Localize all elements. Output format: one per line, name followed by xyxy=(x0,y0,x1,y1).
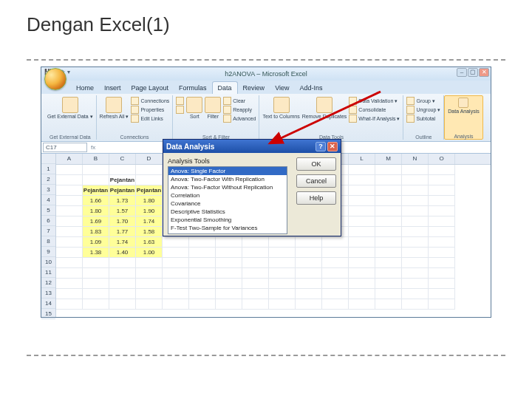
cell[interactable] xyxy=(56,196,83,206)
cell[interactable] xyxy=(322,299,349,310)
cell[interactable] xyxy=(136,289,163,299)
subtotal-button[interactable]: Subtotal xyxy=(406,115,440,123)
cell[interactable] xyxy=(163,248,189,258)
cell[interactable] xyxy=(56,279,83,289)
cell[interactable]: 1.58 xyxy=(136,227,163,237)
row-header-9[interactable]: 9 xyxy=(41,247,55,257)
cell[interactable] xyxy=(349,196,375,206)
cancel-button[interactable]: Cancel xyxy=(296,174,336,188)
cell[interactable] xyxy=(136,299,163,310)
row-header-15[interactable]: 15 xyxy=(41,309,55,319)
cell[interactable] xyxy=(189,237,216,248)
cell[interactable]: Pejantan xyxy=(109,175,136,185)
cell[interactable] xyxy=(56,289,83,299)
tab-page-layout[interactable]: Page Layout xyxy=(126,82,174,94)
cell[interactable] xyxy=(56,185,83,196)
cell[interactable] xyxy=(163,279,189,289)
cell[interactable]: 1.09 xyxy=(83,237,109,248)
cell[interactable] xyxy=(349,175,375,185)
data-validation-button[interactable]: Data Validation ▾ xyxy=(349,97,400,105)
ungroup-button[interactable]: Ungroup ▾ xyxy=(406,106,440,114)
cell[interactable]: 1.69 xyxy=(83,216,109,227)
row-header-8[interactable]: 8 xyxy=(41,236,55,247)
cell[interactable] xyxy=(136,268,163,279)
cell[interactable] xyxy=(296,299,322,310)
cell[interactable] xyxy=(429,175,455,185)
cell[interactable] xyxy=(375,216,402,227)
sort-button[interactable]: Sort xyxy=(186,97,202,119)
cell[interactable] xyxy=(322,237,349,248)
cell[interactable] xyxy=(349,227,375,237)
tab-insert[interactable]: Insert xyxy=(99,82,126,94)
cell[interactable] xyxy=(402,175,429,185)
text-to-columns-button[interactable]: Text to Columns xyxy=(262,97,299,119)
cell[interactable] xyxy=(296,268,322,279)
cell[interactable] xyxy=(402,206,429,216)
cell[interactable]: Pejantan 3 xyxy=(136,185,163,196)
analysis-tools-listbox[interactable]: Anova: Single FactorAnova: Two-Factor Wi… xyxy=(168,166,287,234)
cell[interactable] xyxy=(136,279,163,289)
tab-review[interactable]: Review xyxy=(238,82,270,94)
list-item[interactable]: F-Test Two-Sample for Variances xyxy=(168,224,287,232)
cell[interactable] xyxy=(349,279,375,289)
cell[interactable] xyxy=(216,258,242,268)
cell[interactable] xyxy=(402,196,429,206)
tab-home[interactable]: Home xyxy=(71,82,99,94)
cell[interactable] xyxy=(242,279,269,289)
cell[interactable] xyxy=(375,248,402,258)
group-button[interactable]: Group ▾ xyxy=(406,97,440,105)
cell[interactable] xyxy=(189,299,216,310)
cell[interactable] xyxy=(429,248,455,258)
cell[interactable] xyxy=(402,299,429,310)
cell[interactable] xyxy=(216,268,242,279)
cell[interactable] xyxy=(375,237,402,248)
tab-addins[interactable]: Add-Ins xyxy=(294,82,327,94)
cell[interactable] xyxy=(349,268,375,279)
cell[interactable] xyxy=(349,237,375,248)
cell[interactable] xyxy=(83,175,109,185)
fx-icon[interactable]: fx xyxy=(87,144,99,151)
cell[interactable] xyxy=(189,289,216,299)
whatif-button[interactable]: What-If Analysis ▾ xyxy=(349,115,400,123)
cell[interactable] xyxy=(402,216,429,227)
list-item[interactable]: Covariance xyxy=(168,200,287,208)
cell[interactable] xyxy=(189,279,216,289)
cell[interactable] xyxy=(322,248,349,258)
cell[interactable] xyxy=(429,216,455,227)
row-header-12[interactable]: 12 xyxy=(41,278,55,288)
cell[interactable] xyxy=(429,279,455,289)
cell[interactable] xyxy=(375,196,402,206)
cell[interactable] xyxy=(269,279,296,289)
cell[interactable] xyxy=(402,227,429,237)
tab-data[interactable]: Data xyxy=(212,81,238,94)
cell[interactable]: 1.70 xyxy=(109,216,136,227)
properties-button[interactable]: Properties xyxy=(131,106,169,114)
cell[interactable]: 1.40 xyxy=(109,248,136,258)
dialog-title-bar[interactable]: Data Analysis ? ✕ xyxy=(163,140,341,153)
dialog-close-icon[interactable]: ✕ xyxy=(327,142,338,151)
cell[interactable] xyxy=(375,206,402,216)
cell[interactable] xyxy=(296,237,322,248)
edit-links-button[interactable]: Edit Links xyxy=(131,115,169,123)
data-analysis-button[interactable]: Data Analysis xyxy=(448,98,479,114)
col-header-O[interactable]: O xyxy=(429,154,455,164)
minimize-button[interactable]: – xyxy=(457,68,467,77)
cell[interactable] xyxy=(375,175,402,185)
cell[interactable]: 1.80 xyxy=(83,206,109,216)
cell[interactable] xyxy=(163,237,189,248)
cell[interactable] xyxy=(296,248,322,258)
cell[interactable] xyxy=(83,258,109,268)
get-external-data-button[interactable]: Get External Data ▾ xyxy=(47,97,93,120)
cell[interactable] xyxy=(402,248,429,258)
cell[interactable] xyxy=(189,248,216,258)
refresh-all-button[interactable]: Refresh All ▾ xyxy=(100,97,129,120)
col-header-B[interactable]: B xyxy=(83,154,109,164)
reapply-button[interactable]: Reapply xyxy=(223,106,256,114)
cell[interactable] xyxy=(375,165,402,175)
consolidate-button[interactable]: Consolidate xyxy=(349,106,400,114)
cell[interactable] xyxy=(402,185,429,196)
cell[interactable]: 1.66 xyxy=(83,196,109,206)
cell[interactable] xyxy=(296,289,322,299)
cell[interactable] xyxy=(375,185,402,196)
cell[interactable] xyxy=(109,258,136,268)
